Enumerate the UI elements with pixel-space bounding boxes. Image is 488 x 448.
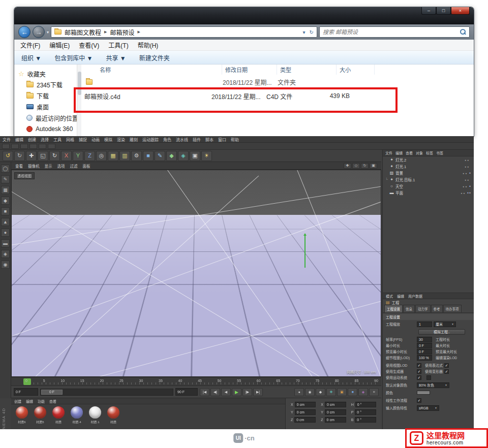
color-swatch[interactable] [417, 391, 430, 395]
y-axis-gizmo[interactable] [304, 234, 306, 268]
generator-icon[interactable]: ◆ [166, 151, 177, 161]
sidebar-item[interactable]: 最近访问的位置 [18, 112, 81, 123]
prev-key-button[interactable]: ◀| [210, 388, 220, 396]
section-header[interactable]: 工程设置 [383, 314, 474, 320]
checkbox[interactable]: ✓ [417, 363, 421, 368]
menu-item[interactable]: 捕捉 [79, 137, 87, 142]
render-view-icon[interactable]: ▦ [108, 151, 118, 161]
breadcrumb-segment[interactable]: 邮箱预设 [110, 28, 134, 37]
menu-item[interactable]: 工具 [53, 137, 62, 142]
menu-item[interactable]: 选择 [41, 137, 49, 142]
window-control-button[interactable]: □ [436, 7, 451, 15]
checkbox[interactable]: ✓ [417, 369, 421, 374]
attribute-tab[interactable]: 信息 [403, 305, 415, 312]
sidebar-item[interactable]: 2345下载 [18, 79, 81, 90]
menu-item[interactable]: 查看 [49, 399, 56, 404]
scale-field[interactable]: 1 [417, 322, 432, 327]
material-swatch[interactable]: 材质 [106, 406, 121, 424]
coord-system-icon[interactable]: ◎ [96, 151, 107, 161]
value-field[interactable]: 0 F [417, 343, 432, 348]
object-tag-chips[interactable]: ▪ [469, 184, 471, 188]
default-color-dropdown[interactable]: 80% 灰色 ▼ [417, 382, 449, 388]
coordinate-field[interactable]: 0 ° [355, 402, 376, 407]
visibility-dots-icon[interactable]: ●● [463, 185, 468, 188]
forward-button[interactable]: → [33, 26, 45, 38]
toolbar-slot[interactable] [2, 144, 10, 149]
scale-key-icon[interactable]: ▣ [337, 388, 347, 396]
menu-item[interactable]: 角色 [163, 137, 171, 142]
checkbox[interactable]: ✓ [417, 398, 421, 403]
window-titlebar[interactable]: –□× [14, 7, 474, 24]
attribute-tab[interactable]: 工程设置 [384, 305, 403, 312]
menu-item[interactable]: 文件(F) [20, 41, 40, 49]
slider-handle[interactable]: 0 F [41, 390, 63, 395]
magnet-tool-icon[interactable]: ◉ [1, 261, 10, 269]
menu-item[interactable]: 模式 [386, 294, 393, 299]
menu-item[interactable]: 渲染 [117, 137, 125, 142]
toolbar-button[interactable]: 新建文件夹 [139, 53, 170, 62]
breadcrumb-segment[interactable]: 邮箱图文教程 [65, 28, 101, 37]
simulate-project-button[interactable]: 模拟工程.. [418, 329, 465, 335]
object-row[interactable]: ✦ 灯光.1 ●● [383, 163, 474, 170]
menu-item[interactable]: 雕刻 [130, 137, 138, 142]
pyramid-tool-icon[interactable]: ▲ [1, 218, 10, 226]
menu-item[interactable]: 流水线 [176, 137, 188, 142]
camera-icon[interactable]: ▣ [190, 151, 200, 161]
maximize-view-icon[interactable]: ▣ [370, 163, 377, 169]
spline-pen-icon[interactable]: ✎ [155, 151, 165, 161]
toolbar-button[interactable]: 共享 ▼ [106, 53, 126, 62]
menu-item[interactable]: 用户数据 [408, 294, 422, 299]
value-field[interactable]: 100 % [417, 355, 432, 361]
attribute-tab[interactable]: 动力学 [415, 305, 431, 312]
sidebar-item[interactable]: 下载 [18, 90, 81, 101]
search-input[interactable] [323, 29, 460, 35]
menu-item[interactable]: 插件 [193, 137, 201, 142]
menu-item[interactable]: 运动跟踪 [142, 137, 159, 142]
back-button[interactable]: ← [18, 26, 30, 38]
toolbar-slot[interactable] [29, 144, 37, 149]
material-swatch[interactable]: 材质.4 [69, 406, 84, 424]
toolbar-slot[interactable] [20, 144, 28, 149]
undo-icon[interactable]: ↺ [3, 151, 13, 161]
menu-item[interactable]: 查看 [406, 150, 413, 155]
object-tag-chips[interactable]: ▪ [469, 171, 471, 175]
column-header[interactable]: 修改日期 [222, 65, 277, 75]
column-header[interactable]: 类型 [277, 65, 337, 75]
search-icon[interactable] [460, 29, 466, 35]
parameter-key-icon[interactable]: ◈ [358, 388, 368, 396]
menu-item[interactable]: 脚本 [205, 137, 214, 142]
menu-item[interactable]: 编辑 [26, 399, 33, 404]
coordinate-field[interactable]: 0 cm [325, 402, 346, 407]
menu-item[interactable]: 窗口 [218, 137, 226, 142]
menu-item[interactable]: 显示 [45, 163, 52, 169]
history-dropdown-icon[interactable]: ▾ [47, 30, 49, 35]
cube-primitive-icon[interactable]: ■ [143, 151, 154, 161]
menu-item[interactable]: 摄像机 [28, 163, 40, 169]
menu-item[interactable]: 帮助(H) [138, 41, 159, 49]
checkbox[interactable]: ✓ [417, 375, 421, 380]
object-row[interactable]: ▬ 平面 ●● ▪▪ [383, 189, 474, 196]
breadcrumb-arrow-icon[interactable]: ▶ [137, 30, 140, 34]
visibility-dots-icon[interactable]: ●● [465, 165, 470, 168]
breadcrumb[interactable]: 邮箱图文教程 ▶ 邮箱预设 ▶ ▾ ↻ [51, 26, 317, 38]
sphere-tool-icon[interactable]: ● [1, 229, 10, 237]
move-tool-icon[interactable]: ✚ [26, 151, 37, 161]
menu-item[interactable]: 选项 [57, 163, 65, 169]
viewport-canvas[interactable]: 透视视图 网格尺寸 : 100 cm [11, 170, 381, 377]
column-header[interactable]: 大小 [337, 65, 375, 75]
visibility-dots-icon[interactable]: ●● [463, 172, 468, 175]
sidebar-item[interactable]: Autodesk 360 [18, 123, 81, 135]
toolbar-button[interactable]: 组织 ▼ [21, 53, 41, 62]
x-axis-icon[interactable]: X [61, 151, 72, 161]
refresh-icon[interactable]: ↻ [310, 29, 314, 35]
menu-item[interactable]: 编辑 [397, 294, 404, 299]
object-tag-chips[interactable]: ▪▪ [467, 190, 471, 195]
scale-tool-icon[interactable]: ◱ [38, 151, 48, 161]
toolbar-slot[interactable] [11, 144, 19, 149]
toolbar-slot[interactable] [39, 144, 46, 149]
viewport-label[interactable]: 透视视图 [14, 172, 35, 179]
menu-item[interactable]: 书签 [436, 150, 443, 155]
file-row[interactable]: 2018/11/22 星期... 文件夹 [81, 75, 474, 89]
coordinate-field[interactable]: 0 cm [325, 417, 346, 423]
toolbar-button[interactable]: 包含到库中 ▼ [54, 53, 93, 62]
